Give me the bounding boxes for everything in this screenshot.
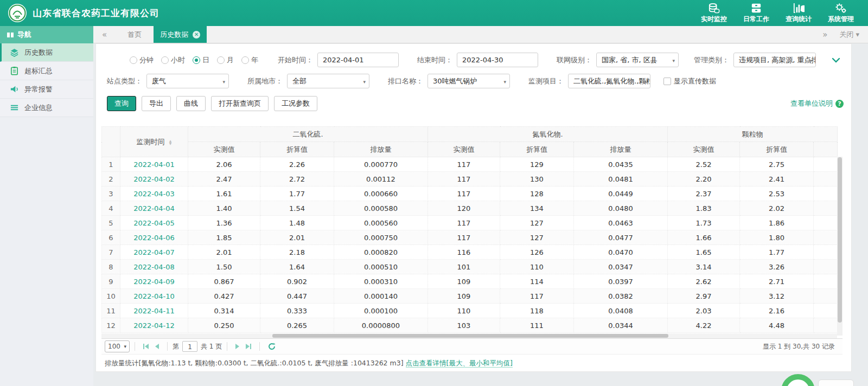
cell-stub [814,260,838,274]
cell-value: 117 [428,172,500,186]
floating-widget-box[interactable] [818,379,854,386]
sidebar-item-abnormal-alarm[interactable]: 异常报警 [0,80,93,99]
prev-page-button[interactable] [152,344,162,349]
layers-icon [10,48,19,57]
menu-system-management[interactable]: 系统管理 [828,3,854,24]
view-detail-link[interactable]: 点击查看详情[最大、最小和平均值] [406,359,513,368]
horizontal-scrollbar[interactable] [101,333,837,338]
header-monitor-time[interactable]: 监测时间 ▲▼ [120,127,188,157]
tabs-scroll-right-icon[interactable]: » [822,30,827,40]
row-date-link[interactable]: 2022-04-01 [120,157,188,172]
working-params-button[interactable]: 工况参数 [274,96,317,111]
sidebar-item-label: 超标汇总 [24,66,53,76]
cell-stub [814,274,838,289]
cell-value: 0.0397 [574,274,668,289]
radio-hour[interactable]: 小时 [161,55,185,65]
table-row: 122022-04-120.2500.2650.00008001031110.0… [102,318,838,333]
export-button[interactable]: 导出 [142,96,171,111]
row-date-link[interactable]: 2022-04-07 [120,245,188,260]
curve-button[interactable]: 曲线 [176,96,206,111]
direct-data-checkbox[interactable]: 显示直传数据 [663,76,716,86]
start-time-input[interactable]: 2022-04-01 [317,53,399,67]
vertical-scrollbar-thumb[interactable] [838,157,842,323]
collapse-filters-chevron-icon[interactable] [832,57,840,63]
end-time-input[interactable]: 2022-04-30 [457,53,538,67]
header-measured: 实测值 [428,142,500,157]
row-date-link[interactable]: 2022-04-04 [120,201,188,216]
select-value: 二氧化硫.,氮氧化物.,颗粒 [573,76,650,86]
cell-value: 0.250 [188,318,260,333]
tab-home[interactable]: 首页 [116,26,154,43]
menu-query-statistics[interactable]: 查询统计 [786,3,812,24]
view-unit-description-link[interactable]: 查看单位说明 ? [790,99,844,108]
first-page-button[interactable] [140,344,152,349]
close-tabs-dropdown[interactable]: 关闭 ▾ [839,30,859,40]
row-date-link[interactable]: 2022-04-08 [120,260,188,274]
cell-value: 2.26 [260,157,334,172]
cell-stub [814,186,838,201]
sidebar-item-exceed-summary[interactable]: 超标汇总 [0,62,93,80]
last-page-button[interactable] [242,344,254,349]
menu-realtime-monitor[interactable]: 实时监控 [701,3,727,24]
sidebar-item-label: 历史数据 [24,48,53,57]
radio-minute[interactable]: 分钟 [130,55,154,65]
tabs-scroll-left-icon[interactable]: « [93,26,116,43]
next-page-button[interactable] [232,344,242,349]
cell-value: 117 [500,289,574,304]
history-data-table: 监测时间 ▲▼ 二氧化硫. 氮氧化物. 颗粒物 实测值 折算值 排放量 实测值 [101,126,838,333]
query-button[interactable]: 查询 [107,96,136,111]
row-date-link[interactable]: 2022-04-10 [120,289,188,304]
table-row: 62022-04-061.852.010.0007501171270.04771… [102,230,838,245]
outlet-name-select[interactable]: 30吨燃气锅炉▾ [427,74,510,88]
page-size-select[interactable]: 100 ▾ [105,340,130,352]
open-new-query-button[interactable]: 打开新查询页 [211,96,269,111]
unit-link-label: 查看单位说明 [790,99,833,108]
network-level-select[interactable]: 国家, 省, 市, 区县▾ [596,53,679,67]
manage-type-select[interactable]: 违规项目, 高架源, 重点排放▾ [733,53,816,67]
cell-value: 117 [428,186,500,201]
cell-value: 126 [500,245,574,260]
row-date-link[interactable]: 2022-04-11 [120,304,188,318]
refresh-icon[interactable] [268,343,276,350]
sort-icon[interactable]: ▲▼ [169,139,172,145]
menu-daily-work[interactable]: 日常工作 [743,3,769,24]
row-date-link[interactable]: 2022-04-02 [120,172,188,186]
row-date-link[interactable]: 2022-04-05 [120,216,188,230]
pagination-bar: 100 ▾ 第 1 共 1 页 显示 1 到 30,共 30 记录 [101,338,843,355]
cell-value: 1.80 [740,230,814,245]
radio-month[interactable]: 月 [217,55,234,65]
company-title: 山东省联合农药工业有限公司 [33,7,159,20]
list-icon [10,103,19,112]
row-date-link[interactable]: 2022-04-12 [120,318,188,333]
table-row: 42022-04-041.401.540.0005801201340.04801… [102,201,838,216]
radio-day[interactable]: 日 [193,55,209,65]
network-level-label: 联网级别： [557,55,592,65]
cell-value: 103 [428,318,500,333]
tab-history-data[interactable]: 历史数据 ✕ [154,26,207,43]
vertical-scrollbar[interactable] [837,157,843,336]
horizontal-scrollbar-thumb[interactable] [272,334,668,338]
emission-stats-text: 排放量统计[氮氧化物:1.13 t, 颗粒物:0.0300 t, 二氧化硫.:0… [105,359,404,367]
tab-close-icon[interactable]: ✕ [193,31,200,38]
table-row: 52022-04-051.361.480.0005601171270.04631… [102,216,838,230]
radio-year[interactable]: 年 [241,55,258,65]
database-icon [708,3,720,14]
cell-value: 3.14 [668,260,740,274]
row-date-link[interactable]: 2022-04-09 [120,274,188,289]
company-logo-icon [8,3,27,23]
sidebar-item-history-data[interactable]: 历史数据 [0,43,93,62]
sidebar-item-company-info[interactable]: 企业信息 [0,99,93,117]
site-type-select[interactable]: 废气▾ [146,74,229,88]
row-index: 11 [102,304,120,318]
page-number-input[interactable]: 1 [182,341,197,352]
sidebar-header: 导航 [0,26,93,43]
monitor-items-select[interactable]: 二氧化硫.,氮氧化物.,颗粒▾ [568,74,650,88]
city-select[interactable]: 全部▾ [287,74,369,88]
cell-value: 0.0000800 [334,318,428,333]
emission-stats-line: 排放量统计[氮氧化物:1.13 t, 颗粒物:0.0300 t, 二氧化硫.:0… [104,355,844,368]
cell-value: 0.000510 [334,260,428,274]
row-date-link[interactable]: 2022-04-06 [120,230,188,245]
row-date-link[interactable]: 2022-04-03 [120,186,188,201]
cell-value: 118 [500,304,574,318]
cell-value: 0.314 [188,304,260,318]
